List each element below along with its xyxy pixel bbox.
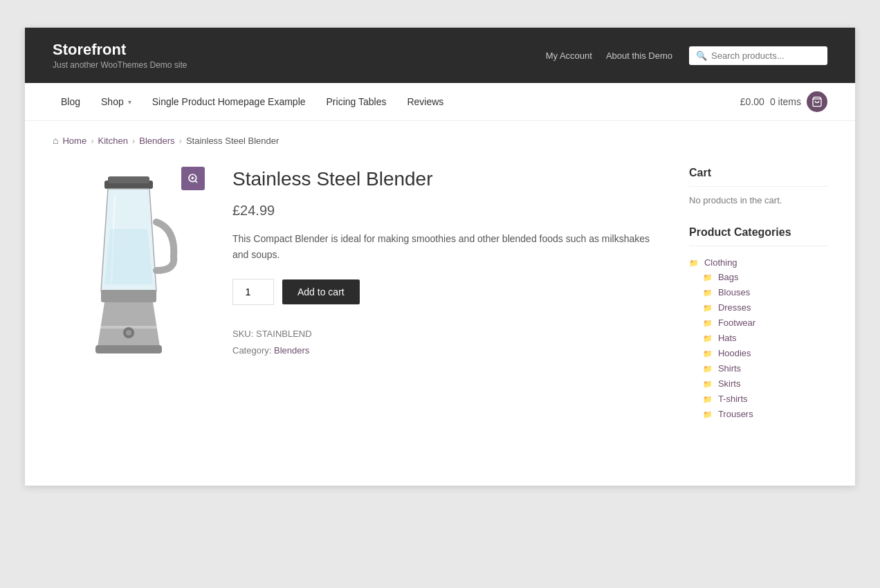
sku-value: STAINBLEND <box>256 329 312 339</box>
category-clothing: 📁 Clothing 📁 Bags 📁 Blouses <box>689 255 827 423</box>
search-bar: 🔍 <box>689 46 827 65</box>
top-bar: Storefront Just another WooThemes Demo s… <box>25 28 855 83</box>
nav-bar: Blog Shop ▾ Single Product Homepage Exam… <box>25 83 855 121</box>
product-image <box>53 167 205 388</box>
subcategory-hoodies: 📁 Hoodies <box>703 345 827 360</box>
breadcrumb-current: Stainless Steel Blender <box>186 136 279 146</box>
category-clothing-link[interactable]: Clothing <box>704 257 737 268</box>
category-link[interactable]: Blenders <box>274 345 309 356</box>
svg-rect-9 <box>101 290 156 302</box>
subcategory-trousers-link[interactable]: Trousers <box>718 409 753 419</box>
subfolder-icon: 📁 <box>703 319 713 327</box>
nav-shop[interactable]: Shop ▾ <box>93 92 140 111</box>
breadcrumb-kitchen[interactable]: Kitchen <box>98 136 128 146</box>
breadcrumb-sep-2: › <box>132 136 135 146</box>
svg-point-13 <box>126 330 131 336</box>
add-to-cart-button[interactable]: Add to cart <box>282 279 360 304</box>
svg-line-2 <box>195 181 197 183</box>
add-to-cart-row: Add to cart <box>232 279 661 305</box>
breadcrumb-sep-3: › <box>179 136 182 146</box>
subcategory-skirts: 📁 Skirts <box>703 376 827 391</box>
product-price: £24.99 <box>232 203 661 219</box>
product-description: This Compact Blender is ideal for making… <box>232 231 661 262</box>
subcategory-hoodies-link[interactable]: Hoodies <box>718 348 751 358</box>
product-area: Stainless Steel Blender £24.99 This Comp… <box>53 167 661 444</box>
categories-title: Product Categories <box>689 226 827 246</box>
folder-icon: 📁 <box>689 259 699 267</box>
category-label: Category: <box>232 345 271 356</box>
subcategory-shirts: 📁 Shirts <box>703 360 827 376</box>
breadcrumb: ⌂ Home › Kitchen › Blenders › Stainless … <box>53 135 827 146</box>
cart-icon[interactable] <box>807 91 827 112</box>
search-icon: 🔍 <box>696 50 707 61</box>
subcategory-bags: 📁 Bags <box>703 269 827 284</box>
sku-row: SKU: STAINBLEND <box>232 326 661 342</box>
subcategory-tshirts: 📁 T-shirts <box>703 391 827 406</box>
main-nav: Blog Shop ▾ Single Product Homepage Exam… <box>53 92 452 111</box>
nav-single-product[interactable]: Single Product Homepage Example <box>144 92 314 111</box>
subfolder-icon: 📁 <box>703 395 713 403</box>
breadcrumb-home[interactable]: Home <box>62 136 86 146</box>
top-nav: My Account About this Demo <box>546 50 672 61</box>
category-list: 📁 Clothing 📁 Bags 📁 Blouses <box>689 255 827 423</box>
sidebar: Cart No products in the cart. Product Ca… <box>689 167 827 444</box>
shop-chevron-icon: ▾ <box>128 98 131 106</box>
cart-title: Cart <box>689 167 827 187</box>
cart-empty-text: No products in the cart. <box>689 195 827 205</box>
breadcrumb-blenders[interactable]: Blenders <box>139 136 174 146</box>
subfolder-icon: 📁 <box>703 304 713 312</box>
about-demo-link[interactable]: About this Demo <box>606 50 672 61</box>
category-row: Category: Blenders <box>232 342 661 358</box>
product-categories-section: Product Categories 📁 Clothing 📁 Bags <box>689 226 827 423</box>
cart-items-count: 0 items <box>770 96 801 107</box>
subfolder-icon: 📁 <box>703 273 713 282</box>
subcategory-blouses-link[interactable]: Blouses <box>718 287 750 297</box>
quantity-input[interactable] <box>232 279 274 305</box>
content-area: ⌂ Home › Kitchen › Blenders › Stainless … <box>25 121 855 486</box>
subcategory-dresses: 📁 Dresses <box>703 300 827 315</box>
sku-label: SKU: <box>232 329 253 339</box>
cart-area: £0.00 0 items <box>740 91 827 112</box>
subfolder-icon: 📁 <box>703 380 713 388</box>
subcategory-bags-link[interactable]: Bags <box>718 272 739 282</box>
subfolder-icon: 📁 <box>703 288 713 297</box>
main-layout: Stainless Steel Blender £24.99 This Comp… <box>53 167 827 444</box>
cart-amount: £0.00 <box>740 96 764 107</box>
subcategory-dresses-link[interactable]: Dresses <box>718 302 751 313</box>
subcategory-tshirts-link[interactable]: T-shirts <box>718 394 748 404</box>
brand-area: Storefront Just another WooThemes Demo s… <box>53 41 187 70</box>
nav-blog[interactable]: Blog <box>53 92 89 111</box>
subcategory-footwear-link[interactable]: Footwear <box>718 318 755 328</box>
my-account-link[interactable]: My Account <box>546 50 592 61</box>
search-input[interactable] <box>711 50 821 61</box>
product-meta: SKU: STAINBLEND Category: Blenders <box>232 326 661 358</box>
product-title: Stainless Steel Blender <box>232 167 661 192</box>
brand-name: Storefront <box>53 41 187 59</box>
subcategory-trousers: 📁 Trousers <box>703 406 827 421</box>
top-right: My Account About this Demo 🔍 <box>546 46 827 65</box>
breadcrumb-sep-1: › <box>91 136 93 146</box>
nav-pricing-tables[interactable]: Pricing Tables <box>318 92 395 111</box>
zoom-button[interactable] <box>181 167 205 190</box>
svg-marker-14 <box>104 229 153 284</box>
subcategory-hats-link[interactable]: Hats <box>718 333 737 343</box>
subcategory-hats: 📁 Hats <box>703 330 827 345</box>
subcategory-skirts-link[interactable]: Skirts <box>718 378 741 389</box>
subfolder-icon: 📁 <box>703 349 713 358</box>
subfolder-icon: 📁 <box>703 334 713 342</box>
subcategory-shirts-link[interactable]: Shirts <box>718 363 741 374</box>
svg-rect-11 <box>95 345 162 353</box>
brand-tagline: Just another WooThemes Demo site <box>53 60 187 70</box>
subcategory-blouses: 📁 Blouses <box>703 284 827 300</box>
home-icon: ⌂ <box>53 135 58 146</box>
subfolder-icon: 📁 <box>703 410 713 419</box>
subfolder-icon: 📁 <box>703 365 713 373</box>
cart-section: Cart No products in the cart. <box>689 167 827 205</box>
subcategory-footwear: 📁 Footwear <box>703 315 827 330</box>
product-image-wrapper <box>53 167 205 388</box>
svg-rect-6 <box>108 176 149 183</box>
subcategory-list: 📁 Bags 📁 Blouses 📁 Dresses <box>689 269 827 421</box>
nav-reviews[interactable]: Reviews <box>398 92 452 111</box>
product-details: Stainless Steel Blender £24.99 This Comp… <box>232 167 661 358</box>
